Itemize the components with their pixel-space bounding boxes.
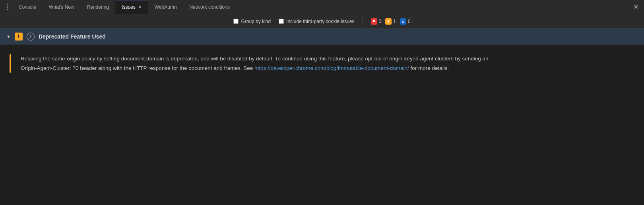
group-by-kind-checkbox-label[interactable]: Group by kind [233, 19, 271, 24]
info-icon: ≡ [400, 18, 406, 25]
issue-section-header[interactable]: ▼ ! 1 Deprecated Feature Used [0, 29, 644, 44]
tab-bar: Console What's New Rendering Issues ✕ We… [0, 0, 644, 14]
issue-count-circle: 1 [27, 33, 35, 41]
tab-rendering[interactable]: Rendering [81, 0, 115, 14]
error-count-badge: ✕ 0 [371, 18, 382, 25]
warning-badge-icon: ! [15, 33, 23, 41]
include-third-party-checkbox-label[interactable]: Include third-party cookie issues [279, 19, 354, 24]
issue-left-border [10, 54, 11, 73]
issue-description: Relaxing the same-origin policy by setti… [21, 54, 498, 73]
issue-section-title: Deprecated Feature Used [39, 33, 106, 40]
tab-webauthn[interactable]: WebAuthn [148, 0, 183, 14]
more-tabs-button[interactable] [3, 4, 12, 10]
error-icon: ✕ [371, 18, 377, 25]
issue-counts: ✕ 0 ! 1 ≡ 0 [371, 18, 411, 25]
tab-whats-new[interactable]: What's New [43, 0, 81, 14]
close-panel-button[interactable]: ✕ [628, 3, 644, 11]
issue-body: Relaxing the same-origin policy by setti… [0, 44, 644, 82]
toolbar-divider [363, 18, 363, 25]
include-third-party-checkbox[interactable] [279, 19, 284, 24]
group-by-kind-checkbox[interactable] [233, 19, 239, 24]
chevron-down-icon: ▼ [6, 34, 11, 39]
tab-issues[interactable]: Issues ✕ [115, 0, 148, 14]
issues-toolbar: Group by kind Include third-party cookie… [0, 14, 644, 29]
warning-count-badge: ! 1 [385, 18, 396, 25]
tab-console[interactable]: Console [12, 0, 43, 14]
close-issues-tab-button[interactable]: ✕ [138, 5, 142, 10]
info-count-badge: ≡ 0 [400, 18, 411, 25]
warning-icon: ! [385, 18, 392, 25]
issue-link[interactable]: https://developer.chrome.com/blog/immuta… [254, 65, 409, 71]
toolbar-options: Group by kind Include third-party cookie… [6, 18, 638, 25]
tab-network-conditions[interactable]: Network conditions [183, 0, 236, 14]
